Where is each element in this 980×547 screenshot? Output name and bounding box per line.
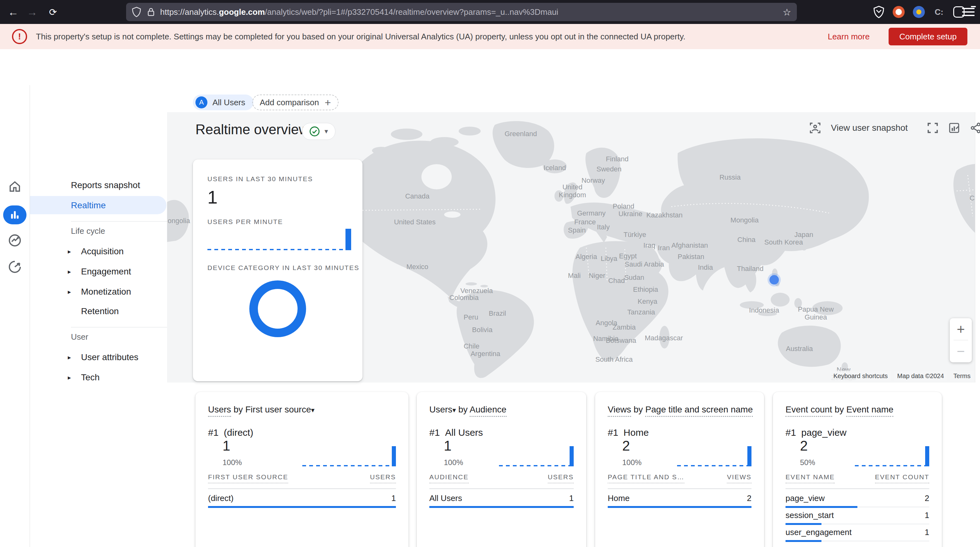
table-row: page_view2 — [786, 493, 929, 503]
column-header[interactable]: FIRST USER SOURCE — [208, 473, 288, 483]
sidebar-item-retention[interactable]: Retention — [81, 306, 119, 316]
keyboard-shortcuts-link[interactable]: Keyboard shortcuts — [830, 370, 891, 382]
terms-link[interactable]: Terms — [950, 370, 974, 382]
extension-icon[interactable] — [913, 6, 925, 18]
duckduckgo-extension-icon[interactable] — [892, 6, 905, 18]
card-users-by-audience: Users▾ by Audience #1 All Users 1 100% A… — [417, 392, 586, 547]
top-entry: #1 Home — [608, 427, 649, 438]
complete-setup-button[interactable]: Complete setup — [889, 28, 967, 45]
map-country-label: Zambia — [612, 323, 635, 331]
map-country-label: Brazil — [488, 309, 506, 317]
expand-icon[interactable]: ▸ — [68, 268, 71, 275]
reports-nav-icon[interactable] — [3, 205, 27, 224]
browser-reload-button[interactable]: ⟳ — [44, 0, 62, 24]
sidebar-nav: Reports snapshot Realtime Life cycle ▸ A… — [30, 85, 167, 547]
view-user-snapshot-label[interactable]: View user snapshot — [831, 123, 908, 133]
url-bar[interactable]: https://analytics.google.com/analytics/w… — [126, 3, 797, 21]
browser-forward-button[interactable]: → — [23, 0, 41, 24]
expand-icon[interactable]: ▸ — [68, 353, 71, 361]
divider — [430, 488, 574, 489]
share-icon[interactable] — [970, 122, 980, 134]
browser-back-button[interactable]: ← — [5, 0, 22, 24]
zoom-out-button[interactable]: − — [950, 340, 972, 363]
map-country-label: Chad — [608, 277, 625, 285]
row-bar — [208, 506, 396, 508]
sidebar-item-monetization[interactable]: Monetization — [81, 287, 131, 297]
sidebar-item-tech[interactable]: Tech — [81, 372, 100, 383]
column-header[interactable]: USERS — [370, 473, 396, 483]
map-country-label: Ethiopia — [633, 285, 658, 293]
zoom-in-button[interactable]: + — [950, 318, 972, 340]
expand-icon[interactable]: ▸ — [68, 288, 71, 296]
top-entry: #1 All Users — [430, 427, 483, 438]
column-header[interactable]: EVENT NAME — [786, 473, 835, 483]
expand-icon[interactable]: ▸ — [68, 374, 71, 381]
all-users-chip[interactable]: A All Users — [193, 95, 253, 110]
mini-spark-chart — [677, 436, 751, 466]
mini-spark-chart — [302, 436, 396, 466]
table-row: (direct)1 — [208, 493, 396, 503]
top-entry: #1 page_view — [786, 427, 846, 438]
column-header[interactable]: AUDIENCE — [430, 473, 469, 483]
map-country-label: Egypt — [619, 252, 637, 260]
spark-bar — [345, 229, 351, 250]
map-country-label: Australia — [786, 345, 813, 353]
section-user[interactable]: User — [71, 332, 88, 342]
home-icon[interactable] — [0, 180, 30, 194]
card-title[interactable]: Views by Page title and screen name — [608, 405, 753, 415]
column-header[interactable]: PAGE TITLE AND S… — [608, 473, 684, 483]
row-bar — [430, 506, 574, 508]
explore-icon[interactable] — [0, 233, 30, 248]
sidebar-item-reports-snapshot[interactable]: Reports snapshot — [71, 180, 140, 190]
user-snapshot-icon[interactable] — [809, 122, 821, 134]
column-header[interactable]: VIEWS — [727, 473, 751, 483]
table-row: Home2 — [608, 493, 751, 503]
section-life-cycle[interactable]: Life cycle — [71, 226, 105, 236]
card-users-by-first-user-source: Users by First user source▾ #1 (direct) … — [196, 392, 409, 547]
sidebar-item-acquisition[interactable]: Acquisition — [81, 246, 124, 256]
map-country-label: Algeria — [576, 253, 597, 261]
column-header[interactable]: EVENT COUNT — [875, 473, 929, 483]
map-country-label: Afghanistan — [671, 242, 708, 249]
edit-chart-icon[interactable] — [948, 122, 960, 134]
report-status-badge[interactable]: ▾ — [302, 123, 336, 140]
top-entry: #1 (direct) — [208, 427, 253, 438]
scrollbar-track[interactable] — [975, 112, 980, 383]
card-title[interactable]: Users by First user source▾ — [208, 405, 315, 415]
tracking-shield-icon[interactable] — [132, 6, 141, 17]
map-country-label: Kenya — [638, 297, 657, 305]
learn-more-link[interactable]: Learn more — [828, 32, 870, 41]
advertising-icon[interactable] — [0, 260, 30, 274]
fullscreen-icon[interactable] — [927, 122, 939, 134]
alert-icon: ! — [12, 29, 27, 44]
row-bar — [786, 506, 929, 508]
map-zoom-control: + − — [950, 318, 972, 363]
map-country-label: Finland — [606, 155, 628, 163]
map-country-label: China — [737, 236, 755, 243]
column-header[interactable]: USERS — [548, 473, 574, 483]
sidebar-item-user-attributes[interactable]: User attributes — [81, 352, 138, 363]
map-country-label: Iran — [658, 244, 670, 252]
top-value: 1 — [223, 438, 230, 454]
sidebar-item-engagement[interactable]: Engagement — [81, 267, 131, 277]
map-attribution: Keyboard shortcuts Map data ©2024 Terms — [830, 370, 974, 382]
map-country-label: Niger — [589, 272, 606, 280]
map-country-label: Iraq — [643, 242, 655, 249]
bookmark-star-icon[interactable]: ☆ — [783, 6, 791, 17]
card-title[interactable]: Users▾ by Audience — [430, 405, 506, 415]
sidebar-item-realtime[interactable]: Realtime — [71, 200, 106, 210]
add-comparison-button[interactable]: Add comparison+ — [252, 95, 339, 110]
extension-icon[interactable]: C: — [933, 6, 945, 18]
spark-baseline — [207, 249, 345, 250]
card-title[interactable]: Event count by Event name — [786, 405, 893, 415]
map-country-label: Argentina — [471, 350, 500, 358]
update-dot — [971, 6, 976, 7]
top-value: 2 — [622, 438, 630, 454]
expand-icon[interactable]: ▸ — [68, 248, 71, 255]
top-percent: 100% — [444, 458, 463, 467]
mini-spark-chart — [855, 436, 929, 466]
pocket-extension-icon[interactable] — [873, 6, 885, 18]
map-country-label: France — [574, 218, 596, 226]
divider — [608, 488, 751, 489]
browser-menu-icon[interactable] — [962, 6, 975, 18]
